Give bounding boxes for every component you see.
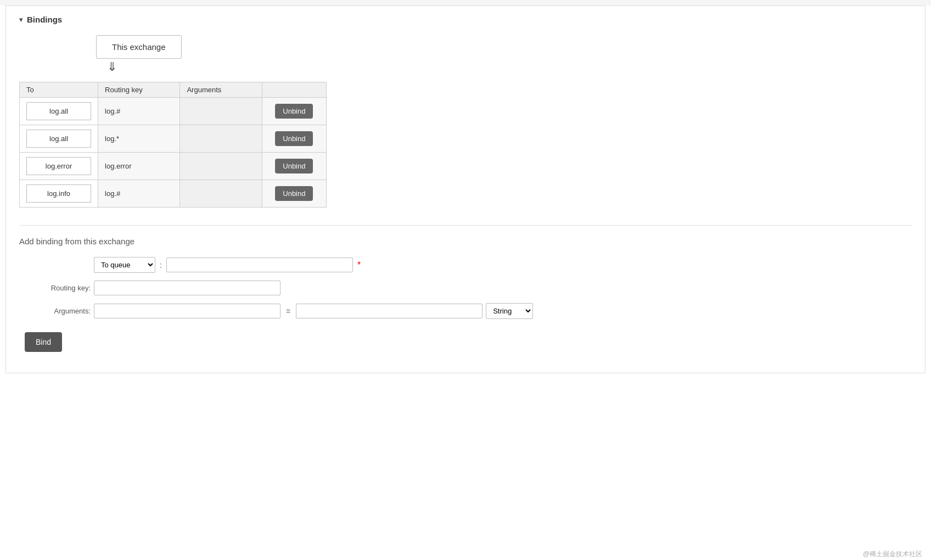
queue-box: log.info <box>26 184 91 203</box>
exchange-box: This exchange <box>96 35 182 59</box>
unbind-button[interactable]: Unbind <box>275 131 313 146</box>
footer-watermark: @稀土掘金技术社区 <box>863 550 922 559</box>
bindings-table: To Routing key Arguments log.alllog.#Unb… <box>19 82 327 208</box>
table-row: log.infolog.#Unbind <box>20 180 327 208</box>
destination-input[interactable] <box>166 257 353 272</box>
bind-button[interactable]: Bind <box>25 332 62 352</box>
exchange-diagram: This exchange ⇓ <box>96 35 912 73</box>
section-header: ▾ Bindings <box>19 15 912 24</box>
routing-key-cell: log.error <box>98 153 180 180</box>
col-header-routing-key: Routing key <box>98 82 180 98</box>
colon: : <box>160 261 162 270</box>
collapse-icon[interactable]: ▾ <box>19 16 23 24</box>
arguments-cell <box>180 98 262 125</box>
arguments-cell <box>180 180 262 208</box>
table-action-cell: Unbind <box>262 180 326 208</box>
routing-key-cell: log.# <box>98 98 180 125</box>
routing-key-label: Routing key: <box>19 284 91 292</box>
table-row: log.errorlog.errorUnbind <box>20 153 327 180</box>
table-row: log.alllog.*Unbind <box>20 125 327 153</box>
bindings-section: ▾ Bindings This exchange ⇓ To Routing ke… <box>5 5 926 373</box>
required-marker: * <box>357 260 361 270</box>
queue-box: log.error <box>26 157 91 175</box>
unbind-button[interactable]: Unbind <box>275 186 313 201</box>
col-header-action <box>262 82 326 98</box>
down-arrow-icon: ⇓ <box>107 61 117 73</box>
col-header-to: To <box>20 82 98 98</box>
table-action-cell: Unbind <box>262 125 326 153</box>
form-row-destination: To queueTo exchange : * <box>19 257 912 273</box>
form-row-arguments: Arguments: = StringBooleanNumberList <box>19 303 912 319</box>
add-binding-title: Add binding from this exchange <box>19 237 912 246</box>
table-action-cell: Unbind <box>262 98 326 125</box>
routing-key-cell: log.# <box>98 180 180 208</box>
unbind-button[interactable]: Unbind <box>275 159 313 173</box>
routing-key-cell: log.* <box>98 125 180 153</box>
col-header-arguments: Arguments <box>180 82 262 98</box>
destination-type-select[interactable]: To queueTo exchange <box>94 257 155 273</box>
page-container: ▾ Bindings This exchange ⇓ To Routing ke… <box>0 5 931 560</box>
table-action-cell: Unbind <box>262 153 326 180</box>
arguments-cell <box>180 153 262 180</box>
add-binding-section: Add binding from this exchange To queueT… <box>19 225 912 352</box>
queue-box: log.all <box>26 102 91 120</box>
arguments-value-input[interactable] <box>296 304 483 318</box>
unbind-button[interactable]: Unbind <box>275 104 313 119</box>
equals-sign: = <box>286 307 290 316</box>
queue-box: log.all <box>26 130 91 148</box>
arguments-key-input[interactable] <box>94 304 281 318</box>
section-title: Bindings <box>27 15 62 24</box>
form-row-routing-key: Routing key: <box>19 281 912 295</box>
arguments-type-select[interactable]: StringBooleanNumberList <box>486 303 533 319</box>
arguments-cell <box>180 125 262 153</box>
table-row: log.alllog.#Unbind <box>20 98 327 125</box>
arguments-label: Arguments: <box>19 307 91 315</box>
routing-key-input[interactable] <box>94 281 281 295</box>
form-row-bind: Bind <box>19 327 912 352</box>
